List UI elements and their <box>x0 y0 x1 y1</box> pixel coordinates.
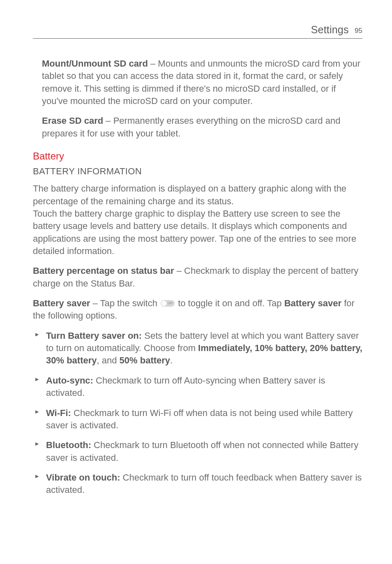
battery-intro: The battery charge information is displa… <box>33 183 362 257</box>
battery-saver-options-list: Turn Battery saver on: Sets the battery … <box>33 330 362 497</box>
item-label: Auto-sync: <box>46 375 93 386</box>
page-number: 95 <box>355 27 362 35</box>
item-label: Vibrate on touch: <box>46 472 120 483</box>
list-item: Turn Battery saver on: Sets the battery … <box>35 330 362 367</box>
page-header: Settings 95 <box>33 24 362 39</box>
battery-intro-p1: The battery charge information is displa… <box>33 183 346 206</box>
mount-entry: Mount/Unmount SD card – Mounts and unmou… <box>42 58 362 107</box>
item-text-2: , and <box>97 355 120 365</box>
item-label: Turn Battery saver on: <box>46 331 142 341</box>
battery-saver-text-2: to toggle it on and off. Tap <box>175 298 284 308</box>
battery-intro-p2: Touch the battery charge graphic to disp… <box>33 208 356 256</box>
mount-label: Mount/Unmount SD card <box>42 58 148 69</box>
toggle-off-icon <box>161 300 175 307</box>
list-item: Vibrate on touch: Checkmark to turn off … <box>35 472 362 497</box>
list-item: Wi-Fi: Checkmark to turn Wi-Fi off when … <box>35 407 362 432</box>
battery-percentage-label: Battery percentage on status bar <box>33 266 174 276</box>
item-text-3: . <box>170 355 173 365</box>
item-options-2: 50% battery <box>120 355 171 365</box>
item-text: Checkmark to turn Wi-Fi off when data is… <box>46 408 353 430</box>
list-item: Bluetooth: Checkmark to turn Bluetooth o… <box>35 439 362 464</box>
battery-saver-label-1: Battery saver <box>33 298 90 308</box>
battery-saver-text-1: – Tap the switch <box>90 298 160 308</box>
document-page: Settings 95 Mount/Unmount SD card – Moun… <box>0 0 392 529</box>
battery-saver-label-2: Battery saver <box>284 298 341 308</box>
erase-label: Erase SD card <box>42 116 103 126</box>
item-text: Checkmark to turn Bluetooth off when not… <box>46 440 358 462</box>
header-section-title: Settings <box>311 24 349 35</box>
battery-percentage-entry: Battery percentage on status bar – Check… <box>33 265 362 290</box>
list-item: Auto-sync: Checkmark to turn off Auto-sy… <box>35 374 362 400</box>
battery-subheading: BATTERY INFORMATION <box>33 166 362 177</box>
erase-entry: Erase SD card – Permanently erases every… <box>42 115 362 140</box>
item-label: Wi-Fi: <box>46 408 71 418</box>
item-label: Bluetooth: <box>46 440 91 450</box>
battery-saver-entry: Battery saver – Tap the switch to toggle… <box>33 297 362 322</box>
battery-heading: Battery <box>33 150 362 162</box>
